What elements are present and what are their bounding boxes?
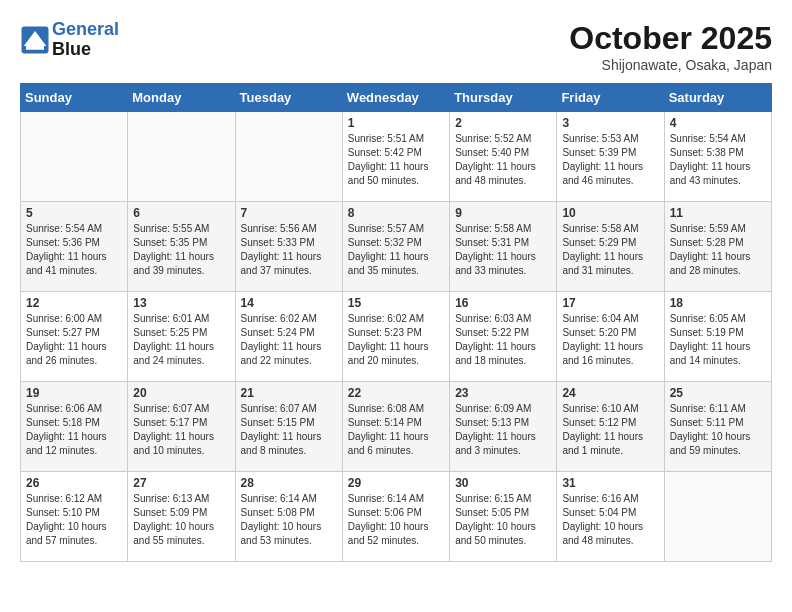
- day-number: 11: [670, 206, 766, 220]
- day-info: Sunrise: 6:09 AMSunset: 5:13 PMDaylight:…: [455, 402, 551, 458]
- day-info: Sunrise: 6:06 AMSunset: 5:18 PMDaylight:…: [26, 402, 122, 458]
- calendar-cell: [21, 112, 128, 202]
- calendar-cell: 1Sunrise: 5:51 AMSunset: 5:42 PMDaylight…: [342, 112, 449, 202]
- day-number: 6: [133, 206, 229, 220]
- day-number: 28: [241, 476, 337, 490]
- calendar-cell: 27Sunrise: 6:13 AMSunset: 5:09 PMDayligh…: [128, 472, 235, 562]
- day-number: 24: [562, 386, 658, 400]
- day-info: Sunrise: 6:04 AMSunset: 5:20 PMDaylight:…: [562, 312, 658, 368]
- weekday-header-monday: Monday: [128, 84, 235, 112]
- day-info: Sunrise: 6:05 AMSunset: 5:19 PMDaylight:…: [670, 312, 766, 368]
- day-number: 13: [133, 296, 229, 310]
- day-number: 10: [562, 206, 658, 220]
- day-info: Sunrise: 5:58 AMSunset: 5:31 PMDaylight:…: [455, 222, 551, 278]
- calendar-cell: 7Sunrise: 5:56 AMSunset: 5:33 PMDaylight…: [235, 202, 342, 292]
- weekday-header-wednesday: Wednesday: [342, 84, 449, 112]
- day-info: Sunrise: 6:02 AMSunset: 5:24 PMDaylight:…: [241, 312, 337, 368]
- weekday-header-thursday: Thursday: [450, 84, 557, 112]
- calendar-cell: 20Sunrise: 6:07 AMSunset: 5:17 PMDayligh…: [128, 382, 235, 472]
- weekday-header-row: SundayMondayTuesdayWednesdayThursdayFrid…: [21, 84, 772, 112]
- day-number: 2: [455, 116, 551, 130]
- calendar-cell: 21Sunrise: 6:07 AMSunset: 5:15 PMDayligh…: [235, 382, 342, 472]
- calendar-cell: 6Sunrise: 5:55 AMSunset: 5:35 PMDaylight…: [128, 202, 235, 292]
- calendar-cell: [235, 112, 342, 202]
- day-number: 22: [348, 386, 444, 400]
- day-info: Sunrise: 6:07 AMSunset: 5:17 PMDaylight:…: [133, 402, 229, 458]
- week-row-5: 26Sunrise: 6:12 AMSunset: 5:10 PMDayligh…: [21, 472, 772, 562]
- calendar-cell: 30Sunrise: 6:15 AMSunset: 5:05 PMDayligh…: [450, 472, 557, 562]
- day-number: 17: [562, 296, 658, 310]
- location: Shijonawate, Osaka, Japan: [569, 57, 772, 73]
- week-row-2: 5Sunrise: 5:54 AMSunset: 5:36 PMDaylight…: [21, 202, 772, 292]
- day-number: 7: [241, 206, 337, 220]
- day-number: 25: [670, 386, 766, 400]
- day-number: 23: [455, 386, 551, 400]
- day-number: 4: [670, 116, 766, 130]
- day-number: 3: [562, 116, 658, 130]
- day-info: Sunrise: 5:57 AMSunset: 5:32 PMDaylight:…: [348, 222, 444, 278]
- weekday-header-tuesday: Tuesday: [235, 84, 342, 112]
- day-number: 26: [26, 476, 122, 490]
- day-info: Sunrise: 6:07 AMSunset: 5:15 PMDaylight:…: [241, 402, 337, 458]
- calendar-cell: 26Sunrise: 6:12 AMSunset: 5:10 PMDayligh…: [21, 472, 128, 562]
- day-number: 21: [241, 386, 337, 400]
- weekday-header-sunday: Sunday: [21, 84, 128, 112]
- day-info: Sunrise: 6:00 AMSunset: 5:27 PMDaylight:…: [26, 312, 122, 368]
- day-info: Sunrise: 5:54 AMSunset: 5:38 PMDaylight:…: [670, 132, 766, 188]
- title-area: October 2025 Shijonawate, Osaka, Japan: [569, 20, 772, 73]
- calendar-cell: 10Sunrise: 5:58 AMSunset: 5:29 PMDayligh…: [557, 202, 664, 292]
- calendar-table: SundayMondayTuesdayWednesdayThursdayFrid…: [20, 83, 772, 562]
- day-number: 9: [455, 206, 551, 220]
- day-number: 31: [562, 476, 658, 490]
- logo-text: General Blue: [52, 20, 119, 60]
- day-info: Sunrise: 6:14 AMSunset: 5:08 PMDaylight:…: [241, 492, 337, 548]
- day-info: Sunrise: 6:13 AMSunset: 5:09 PMDaylight:…: [133, 492, 229, 548]
- logo: General Blue: [20, 20, 119, 60]
- day-info: Sunrise: 5:56 AMSunset: 5:33 PMDaylight:…: [241, 222, 337, 278]
- page-header: General Blue October 2025 Shijonawate, O…: [20, 20, 772, 73]
- day-info: Sunrise: 5:52 AMSunset: 5:40 PMDaylight:…: [455, 132, 551, 188]
- calendar-cell: 23Sunrise: 6:09 AMSunset: 5:13 PMDayligh…: [450, 382, 557, 472]
- calendar-cell: 9Sunrise: 5:58 AMSunset: 5:31 PMDaylight…: [450, 202, 557, 292]
- day-info: Sunrise: 5:55 AMSunset: 5:35 PMDaylight:…: [133, 222, 229, 278]
- day-number: 16: [455, 296, 551, 310]
- weekday-header-saturday: Saturday: [664, 84, 771, 112]
- day-info: Sunrise: 6:11 AMSunset: 5:11 PMDaylight:…: [670, 402, 766, 458]
- day-info: Sunrise: 5:59 AMSunset: 5:28 PMDaylight:…: [670, 222, 766, 278]
- calendar-cell: 14Sunrise: 6:02 AMSunset: 5:24 PMDayligh…: [235, 292, 342, 382]
- week-row-3: 12Sunrise: 6:00 AMSunset: 5:27 PMDayligh…: [21, 292, 772, 382]
- calendar-cell: 22Sunrise: 6:08 AMSunset: 5:14 PMDayligh…: [342, 382, 449, 472]
- day-number: 15: [348, 296, 444, 310]
- day-info: Sunrise: 6:10 AMSunset: 5:12 PMDaylight:…: [562, 402, 658, 458]
- day-number: 8: [348, 206, 444, 220]
- calendar-cell: 12Sunrise: 6:00 AMSunset: 5:27 PMDayligh…: [21, 292, 128, 382]
- day-info: Sunrise: 5:51 AMSunset: 5:42 PMDaylight:…: [348, 132, 444, 188]
- day-number: 29: [348, 476, 444, 490]
- day-info: Sunrise: 6:12 AMSunset: 5:10 PMDaylight:…: [26, 492, 122, 548]
- calendar-cell: 3Sunrise: 5:53 AMSunset: 5:39 PMDaylight…: [557, 112, 664, 202]
- day-number: 27: [133, 476, 229, 490]
- day-info: Sunrise: 6:16 AMSunset: 5:04 PMDaylight:…: [562, 492, 658, 548]
- calendar-cell: [664, 472, 771, 562]
- day-number: 14: [241, 296, 337, 310]
- calendar-cell: 13Sunrise: 6:01 AMSunset: 5:25 PMDayligh…: [128, 292, 235, 382]
- week-row-1: 1Sunrise: 5:51 AMSunset: 5:42 PMDaylight…: [21, 112, 772, 202]
- day-info: Sunrise: 5:54 AMSunset: 5:36 PMDaylight:…: [26, 222, 122, 278]
- calendar-cell: [128, 112, 235, 202]
- day-info: Sunrise: 6:03 AMSunset: 5:22 PMDaylight:…: [455, 312, 551, 368]
- day-info: Sunrise: 6:14 AMSunset: 5:06 PMDaylight:…: [348, 492, 444, 548]
- calendar-cell: 18Sunrise: 6:05 AMSunset: 5:19 PMDayligh…: [664, 292, 771, 382]
- day-number: 18: [670, 296, 766, 310]
- day-info: Sunrise: 6:02 AMSunset: 5:23 PMDaylight:…: [348, 312, 444, 368]
- calendar-cell: 4Sunrise: 5:54 AMSunset: 5:38 PMDaylight…: [664, 112, 771, 202]
- calendar-cell: 15Sunrise: 6:02 AMSunset: 5:23 PMDayligh…: [342, 292, 449, 382]
- weekday-header-friday: Friday: [557, 84, 664, 112]
- calendar-cell: 28Sunrise: 6:14 AMSunset: 5:08 PMDayligh…: [235, 472, 342, 562]
- day-number: 12: [26, 296, 122, 310]
- calendar-cell: 25Sunrise: 6:11 AMSunset: 5:11 PMDayligh…: [664, 382, 771, 472]
- day-info: Sunrise: 5:58 AMSunset: 5:29 PMDaylight:…: [562, 222, 658, 278]
- calendar-cell: 19Sunrise: 6:06 AMSunset: 5:18 PMDayligh…: [21, 382, 128, 472]
- logo-icon: [20, 25, 50, 55]
- calendar-cell: 11Sunrise: 5:59 AMSunset: 5:28 PMDayligh…: [664, 202, 771, 292]
- day-number: 1: [348, 116, 444, 130]
